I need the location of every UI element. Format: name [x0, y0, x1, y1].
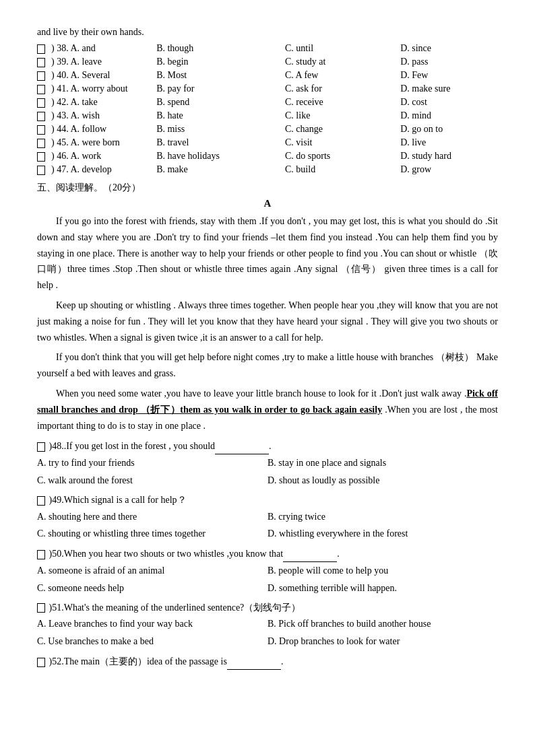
mc-row-44: ) 44. A. follow B. miss C. change D. go … [37, 123, 498, 136]
option-right: B. Pick off branches to build another ho… [268, 615, 498, 633]
mc-d: D. study hard [400, 149, 498, 163]
option-right: B. stay in one place and signals [268, 454, 498, 472]
options-table: A. someone is afraid of an animalB. peop… [37, 562, 498, 597]
passage-title: A [37, 198, 498, 209]
option-left: C. walk around the forest [37, 472, 268, 489]
mc-d: D. Few [400, 69, 498, 82]
mc-c: C. build [285, 163, 400, 176]
mc-b: B. travel [156, 136, 285, 149]
paragraph-1: If you go into the forest with friends, … [37, 213, 498, 294]
mc-row-46: ) 46. A. work B. have holidays C. do spo… [37, 149, 498, 163]
option-left: A. try to find your friends [37, 454, 268, 472]
options-table: A. try to find your friendsB. stay in on… [37, 454, 498, 489]
question-51: )51.What's the meaning of the underlined… [37, 600, 498, 650]
paragraph-2: Keep up shouting or whistling . Always t… [37, 298, 498, 345]
options-table: A. shouting here and thereB. crying twic… [37, 508, 498, 543]
mc-d: D. cost [400, 96, 498, 109]
mc-b: B. begin [156, 55, 285, 69]
option-right: D. whistling everywhere in the forest [268, 525, 498, 543]
option-right: D. shout as loudly as possible [268, 472, 498, 489]
option-left: C. shouting or whistling three times tog… [37, 525, 268, 543]
mc-c: C. like [285, 109, 400, 123]
mc-num: ) 38. A. and [37, 42, 156, 55]
option-left: C. Use branches to make a bed [37, 633, 268, 650]
mc-row-45: ) 45. A. were born B. travel C. visit D.… [37, 136, 498, 149]
mc-table: ) 38. A. and B. though C. until D. since… [37, 42, 498, 176]
mc-num: ) 39. A. leave [37, 55, 156, 69]
option-right: D. something terrible will happen. [268, 580, 498, 597]
mc-row-39: ) 39. A. leave B. begin C. study at D. p… [37, 55, 498, 69]
mc-d: D. since [400, 42, 498, 55]
mc-b: B. though [156, 42, 285, 55]
answer-blank[interactable] [37, 71, 45, 81]
mc-d: D. mind [400, 109, 498, 123]
q-answer-blank-50 [283, 545, 337, 562]
q-answer-blank-52 [227, 653, 281, 670]
mc-c: C. ask for [285, 82, 400, 96]
q-blank-52[interactable] [37, 658, 45, 667]
intro-line: and live by their own hands. [37, 27, 498, 38]
mc-num: ) 47. A. develop [37, 163, 156, 176]
mc-c: C. do sports [285, 149, 400, 163]
question-48: )48..If you get lost in the forest , you… [37, 438, 498, 489]
q-blank-48[interactable] [37, 442, 45, 452]
q-blank-51[interactable] [37, 603, 45, 613]
mc-row-47: ) 47. A. develop B. make C. build D. gro… [37, 163, 498, 176]
option-right: B. crying twice [268, 508, 498, 526]
mc-b: B. miss [156, 123, 285, 136]
option-left: A. shouting here and there [37, 508, 268, 526]
reading-section: A If you go into the forest with friends… [37, 198, 498, 670]
options-table: A. Leave branches to find your way backB… [37, 615, 498, 650]
mc-b: B. pay for [156, 82, 285, 96]
mc-b: B. hate [156, 109, 285, 123]
option-right: B. people will come to help you [268, 562, 498, 580]
mc-row-38: ) 38. A. and B. though C. until D. since [37, 42, 498, 55]
question-52: )52.The main（主要的）idea of the passage is … [37, 653, 498, 670]
mc-d: D. grow [400, 163, 498, 176]
mc-row-42: ) 42. A. take B. spend C. receive D. cos… [37, 96, 498, 109]
mc-c: C. study at [285, 55, 400, 69]
mc-num: ) 44. A. follow [37, 123, 156, 136]
mc-c: C. A few [285, 69, 400, 82]
q-answer-blank-48 [215, 438, 269, 454]
q-blank-50[interactable] [37, 550, 45, 559]
question-50: )50.When you hear two shouts or two whis… [37, 545, 498, 596]
mc-num: ) 42. A. take [37, 96, 156, 109]
mc-b: B. make [156, 163, 285, 176]
answer-blank[interactable] [37, 166, 45, 175]
mc-b: B. spend [156, 96, 285, 109]
answer-blank[interactable] [37, 125, 45, 135]
option-left: A. Leave branches to find your way back [37, 615, 268, 633]
intro-text: and live by their own hands. [37, 27, 144, 37]
mc-d: D. make sure [400, 82, 498, 96]
mc-num: ) 41. A. worry about [37, 82, 156, 96]
mc-c: C. visit [285, 136, 400, 149]
answer-blank[interactable] [37, 85, 45, 94]
option-right: D. Drop branches to look for water [268, 633, 498, 650]
answer-blank[interactable] [37, 58, 45, 67]
mc-b: B. Most [156, 69, 285, 82]
answer-blank[interactable] [37, 98, 45, 108]
question-49: )49.Which signal is a call for help？A. s… [37, 492, 498, 543]
q-blank-49[interactable] [37, 496, 45, 506]
option-left: C. someone needs help [37, 580, 268, 597]
mc-row-41: ) 41. A. worry about B. pay for C. ask f… [37, 82, 498, 96]
mc-c: C. change [285, 123, 400, 136]
mc-d: D. live [400, 136, 498, 149]
mc-num: ) 43. A. wish [37, 109, 156, 123]
mc-num: ) 40. A. Several [37, 69, 156, 82]
option-left: A. someone is afraid of an animal [37, 562, 268, 580]
mc-num: ) 45. A. were born [37, 136, 156, 149]
answer-blank[interactable] [37, 139, 45, 148]
paragraph-4: When you need some water ,you have to le… [37, 386, 498, 434]
mc-d: D. pass [400, 55, 498, 69]
mc-c: C. receive [285, 96, 400, 109]
answer-blank[interactable] [37, 112, 45, 121]
answer-blank[interactable] [37, 152, 45, 162]
answer-blank[interactable] [37, 44, 45, 54]
paragraph-3: If you don't think that you will get hel… [37, 349, 498, 382]
mc-c: C. until [285, 42, 400, 55]
mc-num: ) 46. A. work [37, 149, 156, 163]
mc-row-43: ) 43. A. wish B. hate C. like D. mind [37, 109, 498, 123]
mc-b: B. have holidays [156, 149, 285, 163]
